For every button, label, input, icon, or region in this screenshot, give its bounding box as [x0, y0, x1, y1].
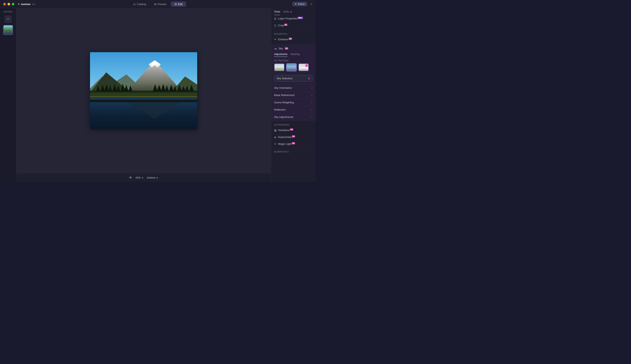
reflection-row[interactable]: Reflection ∨ [271, 106, 316, 113]
extensions-header: Extensions [271, 122, 316, 127]
supersharp-row[interactable]: ◈ SupersharpAI [271, 134, 316, 140]
crop-row[interactable]: ⊡ CropAI [271, 22, 316, 29]
tab-masking[interactable]: Masking [290, 53, 300, 57]
supersharp-label: SupersharpAI [278, 136, 295, 138]
tab-adjustments[interactable]: Adjustments [274, 53, 288, 57]
favorites-header: Favorites [271, 31, 316, 36]
sky-thumb-2-image [286, 64, 296, 71]
zoom-control[interactable]: 41% ∨ [136, 176, 144, 179]
canvas-area: 👁 41% ∨ Actions ∨ [16, 8, 271, 182]
right-panel: Tools Edits ⊞ Layer PropertiesPRO ⊡ Crop… [271, 8, 316, 182]
presets-icon: ⊞ [154, 3, 156, 6]
noiseless-row[interactable]: ▦ NoiselessAI [271, 127, 316, 134]
reflection-chevron-icon: ∨ [311, 108, 313, 111]
extensions-section: Extensions ▦ NoiselessAI ◈ SupersharpAI … [271, 121, 316, 148]
essentials-header: Essentials [271, 148, 316, 154]
sky-thumb-3[interactable]: ✦ [298, 63, 309, 72]
crop-icon: ⊡ [274, 24, 276, 27]
layer-properties-icon: ⊞ [274, 17, 276, 20]
mask-refinement-label: Mask Refinement [274, 94, 294, 97]
catalog-icon: 🗂 [133, 3, 136, 6]
share-icon[interactable]: ↗ [310, 2, 312, 6]
magic-light-row[interactable]: ✦ Magic LightAI [271, 140, 316, 148]
sky-adjustments-row[interactable]: Sky Adjustments ∨ [271, 113, 316, 120]
close-button[interactable] [3, 3, 6, 6]
sky-thumb-2[interactable] [286, 63, 297, 72]
tab-presets[interactable]: ⊞ Presets [150, 2, 170, 7]
cloud-icon: ☁ [274, 47, 277, 50]
visibility-icon[interactable]: 👁 [129, 176, 132, 180]
noiseless-label: NoiselessAI [278, 128, 293, 132]
actions-button[interactable]: Actions ∨ [147, 176, 158, 179]
traffic-lights [3, 3, 14, 6]
canvas-wrapper [16, 8, 271, 173]
tab-edit[interactable]: ⊟ Edit [171, 2, 186, 7]
app-name-label: luminar [21, 3, 30, 6]
nav-tabs: 🗂 Catalog ⊞ Presets ⊟ Edit [130, 2, 186, 7]
extras-label: Extras [298, 3, 305, 6]
for-this-photo-label: For This Photo [271, 58, 316, 63]
main-layout: Layers + [0, 8, 316, 182]
ai-badge-magic-light: AI [292, 142, 295, 144]
mask-refinement-chevron-icon: ∨ [311, 94, 313, 96]
magic-light-icon: ✦ [274, 142, 276, 146]
sky-orientation-row[interactable]: Sky Orientation ∨ [271, 84, 316, 92]
svg-rect-36 [90, 96, 197, 97]
sky-thumb-badge: ✦ [305, 64, 308, 67]
scene-relighting-chevron-icon: ∨ [311, 101, 313, 104]
add-layer-button[interactable]: + [4, 15, 12, 23]
sky-adjustments-label: Sky Adjustments [274, 116, 294, 118]
star-icon: ✦ [18, 3, 20, 6]
zoom-chevron-icon: ∨ [142, 176, 144, 179]
sparkle-icon: ✦ [295, 3, 297, 6]
scene-relighting-label: Scene Relighting [274, 101, 294, 104]
catalog-label: Catalog [137, 3, 146, 6]
layers-sidebar: Layers + [0, 8, 16, 182]
ai-badge-enhance: AI [289, 38, 292, 40]
tab-catalog[interactable]: 🗂 Catalog [130, 2, 150, 7]
edit-icon: ⊟ [174, 3, 177, 6]
magic-light-label: Magic LightAI [278, 142, 295, 146]
tab-edits[interactable]: Edits [283, 10, 292, 15]
edits-dot [290, 11, 292, 12]
zoom-label: 41% [136, 176, 141, 179]
layers-title: Layers [0, 10, 16, 13]
layer-properties-row[interactable]: ⊞ Layer PropertiesPRO [271, 15, 316, 22]
layer-properties-label: Layer PropertiesPRO [278, 17, 303, 20]
sky-thumb-1[interactable] [274, 63, 284, 72]
maximize-button[interactable] [12, 3, 14, 6]
sky-selection-label: Sky Selection [277, 77, 293, 80]
enhance-icon: ✦ [274, 38, 276, 41]
layer-thumbnail[interactable] [3, 25, 13, 35]
canvas-bottom: 👁 41% ∨ Actions ∨ [16, 173, 271, 182]
enhance-row[interactable]: ✦ EnhanceAI [271, 36, 316, 43]
sky-tabs: Adjustments Masking [271, 52, 316, 58]
sky-orientation-label: Sky Orientation [274, 86, 292, 90]
extras-button[interactable]: ✦ Extras [292, 2, 307, 6]
ai-badge-noiseless: AI [290, 128, 293, 131]
sky-orientation-chevron-icon: ∨ [311, 86, 313, 89]
svg-rect-30 [90, 100, 197, 102]
enhance-left: ✦ EnhanceAI [274, 38, 292, 41]
actions-chevron-icon: ∨ [156, 176, 158, 179]
mask-refinement-row[interactable]: Mask Refinement ∨ [271, 92, 316, 99]
sky-header[interactable]: ☁ Sky AI [271, 45, 316, 52]
actions-label: Actions [147, 176, 156, 179]
favorites-section: Favorites ✦ EnhanceAI [271, 29, 316, 45]
ai-badge-sky: AI [285, 47, 288, 50]
tab-tools[interactable]: Tools [274, 10, 280, 15]
sky-thumbnails: ✦ [271, 63, 316, 74]
ai-badge-supersharp: AI [292, 135, 295, 138]
app-name: ✦ luminar neo [18, 3, 35, 6]
pro-badge: PRO [298, 17, 303, 19]
sky-selection-dropdown[interactable]: Sky Selection ∨ [274, 75, 313, 82]
minimize-button[interactable] [8, 3, 10, 6]
app-badge: neo [32, 3, 35, 5]
photo-svg [90, 52, 197, 129]
sky-select-row: Sky Selection ∨ [271, 74, 316, 84]
layer-thumb-image [4, 26, 12, 34]
dropdown-chevron-icon: ∨ [308, 77, 310, 80]
noiseless-left: ▦ NoiselessAI [274, 128, 293, 132]
crop-left: ⊡ CropAI [274, 24, 288, 27]
scene-relighting-row[interactable]: Scene Relighting ∨ [271, 99, 316, 106]
